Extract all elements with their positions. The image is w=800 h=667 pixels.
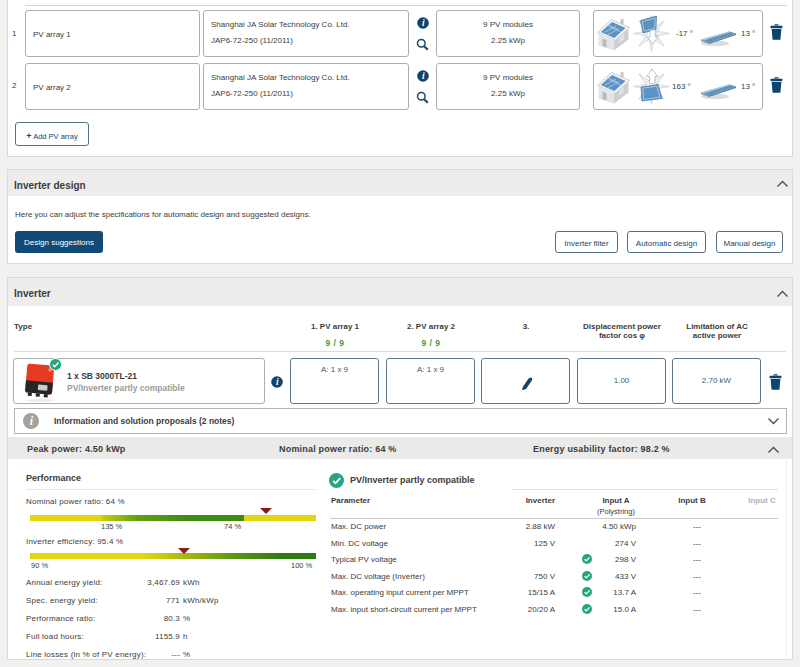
svg-text:i: i — [422, 18, 425, 28]
svg-text:i: i — [422, 71, 425, 81]
svg-text:i: i — [276, 377, 279, 387]
